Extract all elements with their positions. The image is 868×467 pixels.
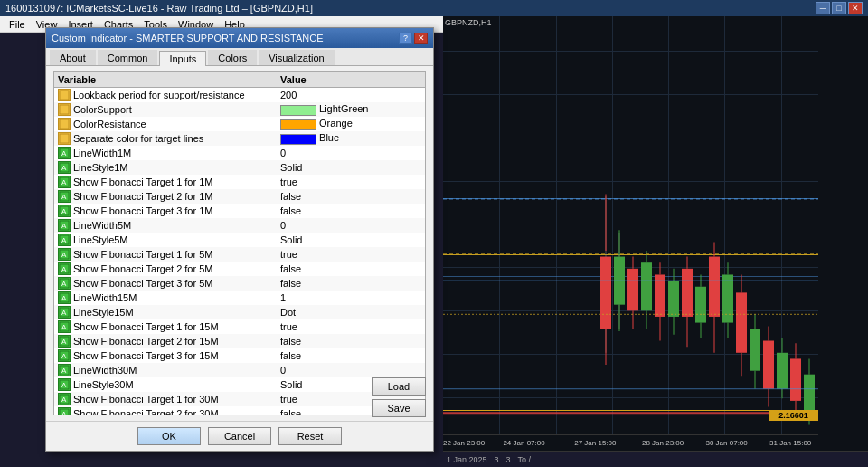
svg-text:A: A (61, 164, 67, 172)
green-icon: A (58, 378, 71, 391)
value-text: LightGreen (316, 103, 368, 114)
table-row[interactable]: ColorResistance Orange (54, 117, 425, 131)
value-cell[interactable]: false (277, 204, 425, 218)
variable-label: LineWidth5M (73, 220, 131, 231)
table-row[interactable]: ALineWidth15M1 (54, 291, 425, 305)
value-cell[interactable]: Solid (277, 160, 425, 175)
table-row[interactable]: AShow Fibonacci Target 2 for 15Mfalse (54, 334, 425, 348)
table-row[interactable]: AShow Fibonacci Target 3 for 15Mfalse (54, 348, 425, 363)
yellow-icon (58, 132, 71, 145)
table-row[interactable]: ALineWidth5M0 (54, 218, 425, 233)
svg-rect-44 (790, 358, 801, 400)
value-cell[interactable]: 0 (277, 146, 425, 160)
menu-file[interactable]: File (4, 18, 31, 31)
color-swatch (280, 105, 316, 116)
time-label-1: 22 Jan 23:00 (443, 439, 485, 447)
load-btn[interactable]: Load (372, 377, 426, 396)
save-btn[interactable]: Save (372, 399, 426, 417)
table-row[interactable]: AShow Fibonacci Target 1 for 1Mtrue (54, 175, 425, 189)
svg-rect-32 (736, 292, 747, 352)
candles-area: 2.16601 2.23560 2.23300 2.22470 2.21740 … (443, 16, 818, 449)
table-row[interactable]: AShow Fibonacci Target 3 for 1Mfalse (54, 204, 425, 218)
table-row[interactable]: ALineStyle1MSolid (54, 160, 425, 175)
variable-label: Show Fibonacci Target 3 for 1M (73, 205, 212, 216)
table-row[interactable]: AShow Fibonacci Target 2 for 5Mfalse (54, 262, 425, 276)
green-icon: A (58, 277, 71, 290)
yellow-icon (58, 118, 71, 130)
variable-label: LineWidth15M (73, 292, 137, 303)
ok-btn[interactable]: OK (137, 427, 201, 445)
value-cell[interactable]: LightGreen (277, 102, 425, 117)
minimize-btn[interactable]: ─ (816, 2, 830, 14)
dialog-tabs: About Common Inputs Colors Visualization (46, 48, 433, 66)
value-cell[interactable]: Orange (277, 117, 425, 131)
table-row[interactable]: ALineStyle5MSolid (54, 233, 425, 247)
table-row[interactable]: AShow Fibonacci Target 1 for 15Mtrue (54, 319, 425, 334)
tab-visualization[interactable]: Visualization (259, 50, 335, 65)
value-cell[interactable]: true (277, 319, 425, 334)
green-icon: A (58, 190, 71, 203)
status-num1: 3 (495, 455, 499, 464)
dialog-title: Custom Indicator - SMARTER SUPPORT AND R… (52, 33, 324, 43)
table-row[interactable]: Lookback period for support/resistance20… (54, 88, 425, 103)
green-icon: A (58, 176, 71, 188)
table-row[interactable]: AShow Fibonacci Target 2 for 30Mfalse (54, 406, 425, 415)
table-row[interactable]: AShow Fibonacci Target 1 for 5Mtrue (54, 247, 425, 262)
svg-rect-20 (682, 269, 693, 317)
dialog-help-btn[interactable]: ? (399, 33, 412, 44)
svg-rect-11 (641, 262, 652, 310)
value-cell[interactable]: 0 (277, 363, 425, 377)
status-to: To / . (518, 455, 536, 464)
tab-common[interactable]: Common (98, 50, 158, 65)
value-cell[interactable]: 1 (277, 291, 425, 305)
value-cell[interactable]: Solid (277, 233, 425, 247)
svg-text:A: A (61, 352, 67, 360)
close-app-btn[interactable]: ✕ (848, 2, 863, 14)
maximize-btn[interactable]: □ (832, 2, 846, 14)
svg-text:A: A (61, 251, 67, 259)
variable-label: LineStyle15M (73, 307, 134, 318)
table-row[interactable]: AShow Fibonacci Target 2 for 1Mfalse (54, 189, 425, 204)
value-cell[interactable]: false (277, 189, 425, 204)
green-icon: A (58, 320, 71, 333)
tab-colors[interactable]: Colors (208, 50, 257, 65)
dialog-close-btn[interactable]: ✕ (414, 33, 428, 44)
table-row[interactable]: ALineStyle15MDot (54, 305, 425, 319)
chart-status-bar: 1 Jan 2025 3 3 To / . (443, 451, 868, 467)
svg-rect-47 (804, 375, 815, 411)
value-cell[interactable]: Blue (277, 131, 425, 146)
reset-btn[interactable]: Reset (278, 427, 342, 445)
svg-rect-41 (777, 353, 788, 389)
svg-text:A: A (61, 381, 67, 389)
value-cell[interactable]: 0 (277, 218, 425, 233)
value-cell[interactable]: false (277, 334, 425, 348)
table-row[interactable]: ALineWidth30M0 (54, 363, 425, 377)
table-row[interactable]: ColorSupport LightGreen (54, 102, 425, 117)
tab-about[interactable]: About (50, 50, 96, 65)
value-cell[interactable]: false (277, 348, 425, 363)
value-cell[interactable]: 200 (277, 88, 425, 103)
value-cell[interactable]: true (277, 175, 425, 189)
value-cell[interactable]: true (277, 247, 425, 262)
green-icon: A (58, 161, 71, 174)
value-cell[interactable]: false (277, 262, 425, 276)
table-row[interactable]: Separate color for target lines Blue (54, 131, 425, 146)
svg-text:A: A (61, 396, 67, 404)
svg-text:A: A (61, 178, 67, 186)
variable-label: LineStyle5M (73, 234, 128, 245)
cancel-btn[interactable]: Cancel (208, 427, 271, 445)
svg-text:A: A (61, 193, 67, 201)
value-cell[interactable]: false (277, 276, 425, 291)
svg-rect-56 (60, 91, 69, 100)
table-row[interactable]: AShow Fibonacci Target 1 for 30Mtrue (54, 392, 425, 406)
current-price-indicator: 2.16601 (769, 410, 818, 421)
value-cell[interactable]: Dot (277, 305, 425, 319)
tab-inputs[interactable]: Inputs (159, 51, 206, 66)
svg-text:A: A (61, 294, 67, 302)
green-icon: A (58, 205, 71, 217)
table-row[interactable]: ALineWidth1M0 (54, 146, 425, 160)
table-row[interactable]: AShow Fibonacci Target 3 for 5Mfalse (54, 276, 425, 291)
chart-area: CUSTOMIZE SUPPORT ANDRESISTANCE YOUR WAY (443, 16, 868, 467)
svg-rect-23 (695, 287, 706, 323)
table-row[interactable]: ALineStyle30MSolid (54, 377, 425, 392)
